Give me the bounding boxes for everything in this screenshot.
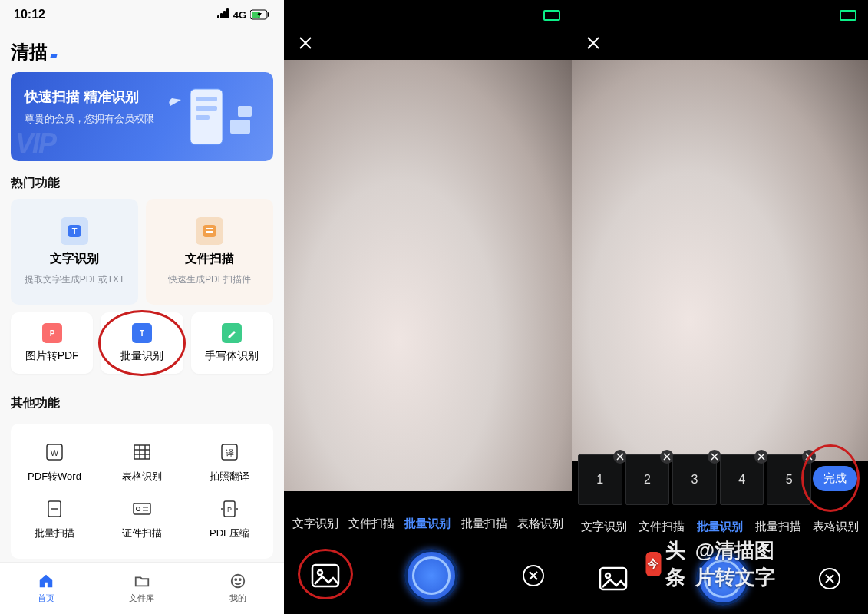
watermark: 今 头条 @清描图片转文字 bbox=[646, 537, 794, 591]
close-icon bbox=[616, 453, 624, 460]
tab-label: 首页 bbox=[38, 593, 54, 604]
mid-batch-ocr[interactable]: T 批量识别 bbox=[101, 312, 183, 374]
camera-signal-icon bbox=[543, 10, 560, 21]
tab-files[interactable]: 文件库 bbox=[129, 573, 154, 604]
mode-table-ocr[interactable]: 表格识别 bbox=[517, 517, 563, 531]
other-label: PDF压缩 bbox=[210, 527, 249, 540]
mode-file-scan[interactable]: 文件扫描 bbox=[639, 520, 685, 534]
other-pdf-compress[interactable]: P PDF压缩 bbox=[186, 491, 273, 548]
mid-handwriting-ocr[interactable]: 手写体识别 bbox=[191, 312, 273, 374]
mode-batch-ocr[interactable]: 批量识别 bbox=[697, 520, 743, 534]
hot-desc: 提取文字生成PDF或TXT bbox=[25, 273, 125, 286]
svg-rect-12 bbox=[206, 228, 213, 229]
mid-label: 图片转PDF bbox=[25, 349, 79, 363]
thumbnail-2[interactable]: 2 bbox=[625, 454, 670, 505]
mid-row: P 图片转PDF T 批量识别 手写体识别 bbox=[0, 305, 284, 381]
svg-text:T: T bbox=[140, 329, 144, 338]
viewfinder bbox=[284, 60, 572, 491]
viewfinder bbox=[572, 60, 868, 460]
thumbnail-4[interactable]: 4 bbox=[720, 454, 764, 505]
brand-dot-icon bbox=[50, 54, 58, 58]
mid-img-to-pdf[interactable]: P 图片转PDF bbox=[11, 312, 93, 374]
app-brand: 清描 bbox=[0, 29, 284, 72]
other-label: 批量扫描 bbox=[35, 527, 74, 540]
pdf-icon: P bbox=[42, 323, 62, 343]
folder-icon bbox=[134, 573, 150, 589]
thumb-remove-button[interactable] bbox=[802, 450, 816, 464]
svg-point-42 bbox=[606, 573, 610, 578]
close-icon bbox=[663, 453, 671, 460]
id-card-icon bbox=[132, 499, 152, 519]
thumbnail-5[interactable]: 5 bbox=[767, 454, 811, 505]
tab-bar: 首页 文件库 我的 bbox=[0, 562, 284, 614]
svg-rect-4 bbox=[196, 97, 217, 101]
section-hot-title: 热门功能 bbox=[0, 161, 284, 199]
vip-watermark: VIP bbox=[15, 127, 55, 160]
gallery-button[interactable] bbox=[598, 566, 629, 592]
mode-batch-scan[interactable]: 批量扫描 bbox=[461, 517, 507, 531]
other-pdf-to-word[interactable]: W PDF转Word bbox=[11, 434, 98, 491]
thumb-number: 5 bbox=[786, 473, 793, 487]
close-icon bbox=[757, 453, 765, 460]
status-bar: 10:12 4G bbox=[0, 0, 284, 29]
mode-text-ocr[interactable]: 文字识别 bbox=[292, 517, 338, 531]
mode-batch-ocr[interactable]: 批量识别 bbox=[404, 517, 451, 531]
mode-file-scan[interactable]: 文件扫描 bbox=[348, 517, 394, 531]
status-time: 10:12 bbox=[14, 8, 45, 21]
camera-status-bar bbox=[572, 0, 868, 31]
vip-illustration-icon bbox=[167, 83, 259, 150]
cancel-button[interactable] bbox=[521, 563, 546, 588]
svg-text:T: T bbox=[72, 226, 78, 236]
handwriting-icon bbox=[222, 323, 242, 343]
tab-home[interactable]: 首页 bbox=[38, 573, 54, 604]
other-photo-translate[interactable]: 译 拍照翻译 bbox=[186, 434, 273, 491]
svg-rect-13 bbox=[206, 231, 213, 233]
annotation-circle-icon bbox=[98, 310, 185, 376]
status-right: 4G bbox=[217, 8, 270, 21]
close-button[interactable] bbox=[586, 35, 601, 54]
thumbnail-3[interactable]: 3 bbox=[672, 454, 717, 505]
mode-batch-scan[interactable]: 批量扫描 bbox=[755, 520, 801, 534]
battery-icon bbox=[250, 9, 270, 20]
other-batch-scan[interactable]: 批量扫描 bbox=[11, 491, 98, 548]
user-icon bbox=[229, 573, 246, 589]
thumbnail-1[interactable]: 1 bbox=[578, 454, 622, 505]
thumb-remove-button[interactable] bbox=[613, 450, 627, 464]
gallery-button[interactable] bbox=[310, 563, 341, 589]
other-id-scan[interactable]: 证件扫描 bbox=[98, 491, 186, 548]
hot-file-scan[interactable]: 文件扫描 快速生成PDF扫描件 bbox=[146, 199, 273, 305]
other-table-ocr[interactable]: 表格识别 bbox=[98, 434, 186, 491]
word-icon: W bbox=[45, 442, 64, 462]
gallery-icon bbox=[310, 563, 341, 589]
shutter-button[interactable] bbox=[404, 549, 458, 602]
hot-desc: 快速生成PDF扫描件 bbox=[168, 273, 251, 286]
svg-text:译: 译 bbox=[226, 448, 234, 457]
hot-row: T 文字识别 提取文字生成PDF或TXT 文件扫描 快速生成PDF扫描件 bbox=[0, 199, 284, 305]
gallery-icon bbox=[598, 566, 629, 592]
other-label: PDF转Word bbox=[28, 470, 81, 484]
camera-screen-empty: 文字识别 文件扫描 批量识别 批量扫描 表格识别 bbox=[284, 0, 572, 614]
mode-text-ocr[interactable]: 文字识别 bbox=[581, 520, 627, 534]
cancel-button[interactable] bbox=[817, 566, 842, 591]
done-label: 完成 bbox=[823, 471, 847, 484]
close-button[interactable] bbox=[298, 35, 313, 54]
thumb-number: 3 bbox=[691, 473, 698, 487]
svg-rect-2 bbox=[268, 12, 269, 17]
hot-text-ocr[interactable]: T 文字识别 提取文字生成PDF或TXT bbox=[11, 199, 138, 305]
cancel-icon bbox=[817, 566, 842, 591]
compress-icon: P bbox=[219, 499, 239, 519]
hot-label: 文件扫描 bbox=[185, 251, 234, 267]
svg-rect-5 bbox=[196, 106, 217, 111]
mode-table-ocr[interactable]: 表格识别 bbox=[813, 520, 859, 534]
brand-text: 清描 bbox=[11, 40, 48, 64]
vip-banner[interactable]: 快速扫描 精准识别 尊贵的会员，您拥有会员权限 VIP bbox=[11, 72, 273, 161]
cancel-icon bbox=[521, 563, 546, 588]
close-icon bbox=[298, 35, 313, 51]
done-button[interactable]: 完成 bbox=[813, 466, 857, 491]
camera-screen-with-thumbs: 1 2 3 4 5 完成 文字识别 文件扫描 批量识别 批量扫描 表格识别 今 … bbox=[572, 0, 868, 614]
tab-label: 我的 bbox=[229, 593, 246, 604]
network-label: 4G bbox=[233, 9, 246, 21]
section-other-title: 其他功能 bbox=[0, 381, 284, 419]
svg-point-28 bbox=[137, 507, 140, 511]
tab-mine[interactable]: 我的 bbox=[229, 573, 246, 604]
